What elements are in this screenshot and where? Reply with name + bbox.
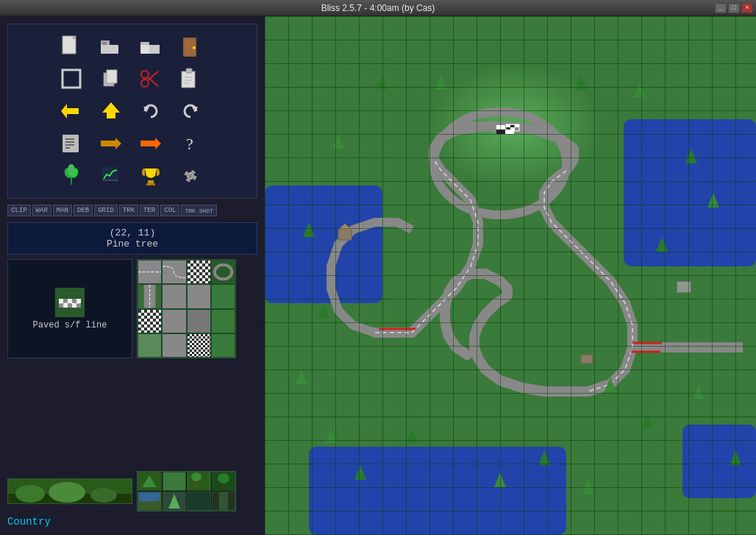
move-tool[interactable] bbox=[94, 129, 128, 158]
rotate-cw-tool[interactable] bbox=[174, 96, 207, 126]
chart-tool[interactable] bbox=[94, 161, 128, 191]
cat-tile-4[interactable] bbox=[212, 472, 236, 491]
open-tool[interactable] bbox=[94, 32, 128, 61]
svg-rect-29 bbox=[63, 135, 79, 152]
tile-cell-grass2[interactable] bbox=[211, 309, 235, 333]
svg-rect-21 bbox=[186, 68, 192, 73]
cat-tile-6[interactable] bbox=[163, 492, 187, 511]
svg-rect-54 bbox=[76, 299, 81, 303]
scissors-tool[interactable] bbox=[134, 64, 168, 93]
svg-point-12 bbox=[193, 46, 196, 49]
tile-cell-road7[interactable] bbox=[187, 309, 211, 333]
tile-cell-start[interactable] bbox=[187, 333, 211, 358]
cat-tile-7[interactable] bbox=[187, 492, 211, 511]
water-left bbox=[265, 185, 382, 303]
cat-tile-2[interactable] bbox=[163, 472, 187, 491]
tile-cell-road6[interactable] bbox=[162, 309, 186, 333]
svg-point-17 bbox=[141, 71, 149, 78]
deb-button[interactable]: DEB bbox=[74, 205, 93, 216]
svg-rect-56 bbox=[72, 303, 76, 308]
folder-tool[interactable] bbox=[134, 32, 168, 61]
tile-cell-road5[interactable] bbox=[187, 284, 211, 308]
grid-button[interactable]: GRID bbox=[94, 205, 118, 216]
plant-tool[interactable] bbox=[54, 161, 88, 191]
tile-cell-oval[interactable] bbox=[211, 260, 235, 284]
water-bottom bbox=[309, 447, 566, 535]
tile-cell-road1[interactable] bbox=[138, 260, 162, 284]
tile-cell-grass3[interactable] bbox=[211, 333, 235, 358]
tile-cell-grass[interactable] bbox=[211, 284, 235, 308]
tile-cell-road4[interactable] bbox=[162, 284, 186, 308]
shot-button[interactable]: TRK SHOT bbox=[181, 205, 216, 216]
info-tool[interactable] bbox=[54, 129, 88, 158]
cat-tile-3[interactable] bbox=[187, 472, 211, 491]
tile-icon bbox=[55, 288, 85, 317]
hill-area bbox=[412, 53, 618, 200]
svg-text:?: ? bbox=[186, 135, 193, 153]
svg-point-72 bbox=[191, 472, 202, 481]
ter-button[interactable]: TER bbox=[140, 205, 159, 216]
svg-point-66 bbox=[49, 482, 85, 503]
gear-tool[interactable] bbox=[174, 161, 207, 191]
svg-marker-25 bbox=[61, 104, 79, 118]
category-grid[interactable] bbox=[137, 471, 236, 511]
minimize-button[interactable]: _ bbox=[715, 3, 727, 13]
map-area[interactable] bbox=[265, 16, 756, 535]
svg-rect-76 bbox=[139, 501, 160, 510]
svg-marker-26 bbox=[102, 102, 120, 118]
tool-palette: ? bbox=[7, 24, 257, 199]
svg-rect-52 bbox=[59, 299, 63, 303]
tile-cell-checker2[interactable] bbox=[138, 309, 162, 333]
col-button[interactable]: COL bbox=[160, 205, 179, 216]
svg-marker-37 bbox=[155, 138, 161, 149]
square-tool[interactable] bbox=[54, 64, 88, 93]
arrow-right-tool[interactable] bbox=[134, 129, 168, 158]
copy-tool[interactable] bbox=[94, 64, 128, 93]
tile-preview-panel: Paved s/f line bbox=[7, 259, 132, 358]
svg-point-16 bbox=[141, 79, 149, 87]
cat-tile-8[interactable] bbox=[212, 492, 236, 511]
svg-rect-81 bbox=[219, 492, 228, 510]
svg-rect-15 bbox=[107, 70, 117, 83]
tile-name-label: Paved s/f line bbox=[33, 320, 107, 330]
svg-rect-20 bbox=[182, 71, 195, 88]
cat-tile-5[interactable] bbox=[138, 492, 162, 511]
tile-cell-road2[interactable] bbox=[162, 260, 186, 284]
svg-point-60 bbox=[215, 265, 232, 280]
trk-button[interactable]: TRK bbox=[119, 205, 138, 216]
category-section: Country bbox=[7, 471, 257, 528]
water-top-right bbox=[624, 119, 756, 266]
window-controls[interactable]: _ □ × bbox=[715, 3, 753, 13]
svg-line-19 bbox=[148, 77, 158, 86]
trophy-tool[interactable] bbox=[134, 161, 168, 191]
clip-button[interactable]: CLIP bbox=[7, 205, 31, 216]
tile-cell-road8[interactable] bbox=[162, 333, 186, 358]
tile-cell-checker[interactable] bbox=[187, 260, 211, 284]
cat-tile-1[interactable] bbox=[138, 472, 162, 491]
svg-rect-55 bbox=[63, 303, 68, 308]
close-button[interactable]: × bbox=[741, 3, 753, 13]
help-tool[interactable]: ? bbox=[174, 129, 207, 158]
door-tool[interactable] bbox=[174, 32, 207, 61]
paste-tool[interactable] bbox=[174, 64, 207, 93]
svg-rect-46 bbox=[146, 183, 155, 185]
water-bottom-right bbox=[682, 425, 756, 498]
left-panel: ? bbox=[0, 16, 265, 535]
tile-cell-road3[interactable] bbox=[138, 284, 162, 308]
rotate-ccw-tool[interactable] bbox=[134, 96, 168, 126]
status-box: (22, 11) Pine tree bbox=[7, 222, 257, 255]
arrow-up-tool[interactable] bbox=[94, 96, 128, 126]
new-doc-tool[interactable] bbox=[54, 32, 88, 61]
item-display: Pine tree bbox=[15, 238, 249, 249]
war-button[interactable]: WAR bbox=[32, 205, 51, 216]
category-preview bbox=[7, 478, 132, 504]
coords-display: (22, 11) bbox=[15, 227, 249, 238]
tile-cell-mixed1[interactable] bbox=[138, 333, 162, 358]
svg-rect-9 bbox=[149, 45, 160, 54]
tile-selector[interactable]: .ts-road { background: #888; } .ts-road-… bbox=[137, 259, 236, 358]
svg-marker-3 bbox=[73, 36, 76, 39]
svg-point-65 bbox=[15, 485, 45, 503]
maximize-button[interactable]: □ bbox=[728, 3, 740, 13]
man-button[interactable]: MAN bbox=[53, 205, 72, 216]
arrow-left-tool[interactable] bbox=[54, 96, 88, 126]
